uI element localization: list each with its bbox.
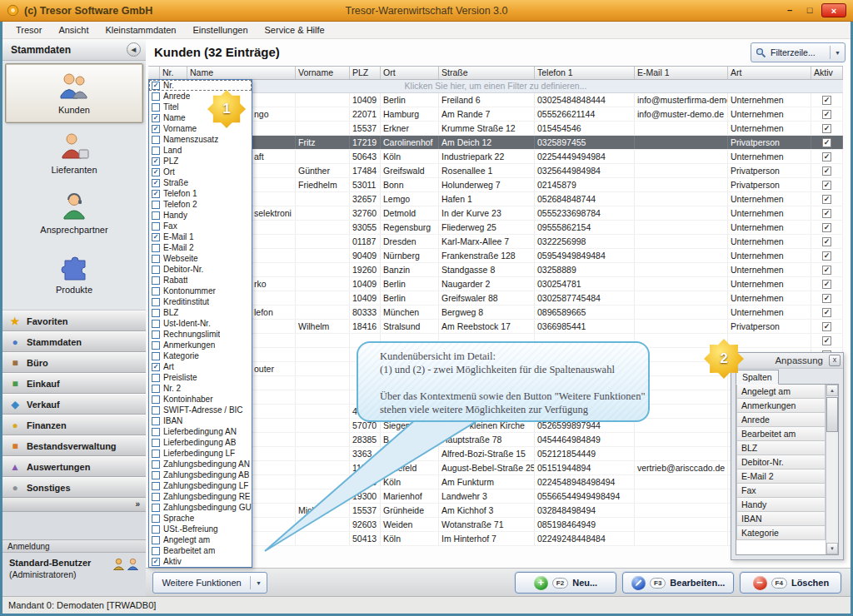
checkbox[interactable]: [152, 233, 160, 241]
checkbox[interactable]: [152, 482, 160, 490]
checkbox[interactable]: [152, 363, 160, 371]
checkbox[interactable]: [152, 450, 160, 458]
checkbox[interactable]: [152, 547, 160, 555]
table-row[interactable]: Günther 17484 Greifswald Rosenallee 1 03…: [148, 164, 843, 178]
checkbox[interactable]: [152, 493, 160, 501]
column-chooser-item[interactable]: Angelegt am: [149, 534, 252, 545]
column-header-art[interactable]: Art: [728, 67, 811, 79]
table-row[interactable]: 90409 Nürnberg Frankenstraße 128 0595494…: [148, 249, 843, 263]
scrollbar-thumb[interactable]: [826, 397, 838, 432]
active-checkbox[interactable]: [822, 237, 831, 246]
chevron-down-icon[interactable]: ▼: [835, 50, 841, 56]
checkbox[interactable]: [152, 287, 160, 296]
active-checkbox[interactable]: [822, 195, 831, 204]
checkbox[interactable]: [152, 352, 160, 360]
active-checkbox[interactable]: [822, 280, 831, 289]
table-row[interactable]: 10409 Berlin Greifswaler 88 030258774548…: [148, 291, 843, 306]
column-chooser-item[interactable]: Zahlungsbedingung AN: [149, 459, 252, 469]
column-chooser-item[interactable]: Handy: [149, 210, 252, 221]
column-chooser-item[interactable]: PLZ: [149, 156, 252, 166]
column-header-name[interactable]: Name: [187, 67, 296, 79]
column-chooser-item[interactable]: Ust-Ident-Nr.: [149, 318, 252, 329]
checkbox[interactable]: [152, 536, 160, 544]
hidden-column-item[interactable]: Kategorie: [736, 525, 826, 540]
column-chooser-item[interactable]: Rechnungslimit: [149, 329, 252, 340]
scroll-up-icon[interactable]: ▲: [826, 385, 838, 396]
checkbox[interactable]: [152, 92, 160, 101]
maximize-button[interactable]: □: [801, 3, 818, 17]
column-chooser-item[interactable]: Telefon 2: [149, 199, 252, 210]
active-checkbox[interactable]: [822, 223, 831, 232]
scroll-down-icon[interactable]: ▼: [826, 543, 838, 554]
checkbox[interactable]: [152, 201, 160, 209]
checkbox[interactable]: [152, 471, 160, 479]
column-chooser-item[interactable]: E-Mail 1: [149, 231, 252, 242]
scrollbar[interactable]: ▲ ▼: [826, 385, 838, 554]
checkbox[interactable]: [152, 298, 160, 306]
table-row[interactable]: Fritz 17219 Carolinenhof Am Deich 12 032…: [148, 136, 843, 150]
checkbox[interactable]: [152, 558, 160, 566]
checkbox[interactable]: [152, 514, 160, 523]
hidden-column-item[interactable]: Bearbeitet am: [736, 426, 826, 441]
checkbox[interactable]: [152, 211, 160, 220]
column-chooser-item[interactable]: Zahlungsbedingung LF: [149, 480, 252, 491]
checkbox[interactable]: [152, 114, 160, 122]
checkbox[interactable]: [152, 222, 160, 231]
sidebar-item-kunden[interactable]: Kunden: [5, 63, 143, 123]
column-chooser-item[interactable]: Vorname: [149, 123, 252, 134]
column-chooser-item[interactable]: Debitor-Nr.: [149, 264, 252, 275]
sidebar-section-bar[interactable]: ■ Bestandsverwaltung: [2, 435, 146, 456]
active-checkbox[interactable]: [822, 124, 831, 133]
column-chooser-item[interactable]: Nr. 2: [149, 383, 252, 394]
column-chooser-item[interactable]: Lieferbedingung AN: [149, 426, 252, 437]
checkbox[interactable]: [152, 82, 160, 90]
column-header-aktiv[interactable]: Aktiv: [811, 67, 843, 79]
sidebar-section-bar[interactable]: ■ Einkauf: [2, 373, 146, 394]
checkbox[interactable]: [152, 417, 160, 425]
column-chooser-item[interactable]: Kontonummer: [149, 286, 252, 296]
checkbox[interactable]: [152, 125, 160, 133]
checkbox[interactable]: [152, 179, 160, 187]
tab-spalten[interactable]: Spalten: [736, 370, 779, 385]
table-row[interactable]: 32657 Lemgo Hafen 1 052684848744 Unterne…: [148, 192, 843, 206]
sidebar-item-produkte[interactable]: Produkte: [5, 243, 143, 303]
sidebar-item-lieferanten[interactable]: Lieferanten: [5, 123, 143, 183]
hidden-column-item[interactable]: Anrede: [736, 412, 826, 427]
hidden-column-item[interactable]: Debitor-Nr.: [736, 455, 826, 469]
sidebar-section-bar[interactable]: ▲ Auswertungen: [2, 456, 146, 477]
hidden-column-item[interactable]: Fax: [736, 483, 826, 498]
checkbox[interactable]: [152, 168, 160, 176]
column-chooser-item[interactable]: Zahlungsbedingung GU: [149, 502, 252, 513]
column-chooser-item[interactable]: Straße: [149, 177, 252, 188]
sidebar-section-bar[interactable]: ◆ Verkauf: [2, 394, 146, 415]
checkbox[interactable]: [152, 157, 160, 166]
close-button[interactable]: ×: [821, 3, 846, 17]
checkbox[interactable]: [152, 406, 160, 415]
column-chooser-item[interactable]: Fax: [149, 221, 252, 231]
column-chooser-item[interactable]: USt.-Befreiung: [149, 524, 252, 534]
table-row[interactable]: Wilhelm 18416 Stralsund Am Reebstock 17 …: [148, 320, 843, 334]
active-checkbox[interactable]: [822, 152, 831, 161]
active-checkbox[interactable]: [822, 322, 831, 331]
checkbox[interactable]: [152, 460, 160, 469]
menu-item[interactable]: Einstellungen: [184, 22, 256, 37]
filter-row-button[interactable]: Filterzeile... ▼: [751, 42, 846, 62]
table-row[interactable]: 10409 Berlin Freiland 6 03025484848444 i…: [148, 93, 843, 107]
sidebar-section-bar[interactable]: ● Finanzen: [2, 415, 146, 435]
checkbox[interactable]: [152, 276, 160, 285]
active-checkbox[interactable]: [822, 336, 831, 345]
column-header-nr[interactable]: Nr.: [160, 67, 187, 79]
table-row[interactable]: selektroni 32760 Detmold In der Kurve 23…: [148, 206, 843, 221]
table-row[interactable]: lefon 80333 München Bergweg 8 0896589665…: [148, 306, 843, 320]
checkbox[interactable]: [152, 504, 160, 512]
sidebar-section-bar[interactable]: ■ Büro: [2, 352, 146, 373]
menu-item[interactable]: Service & Hilfe: [257, 22, 333, 37]
column-chooser-item[interactable]: Ort: [149, 166, 252, 177]
menu-item[interactable]: Kleinstammdaten: [97, 22, 184, 37]
active-checkbox[interactable]: [822, 209, 831, 218]
checkbox[interactable]: [152, 341, 160, 350]
column-chooser-item[interactable]: Zahlungsbedingung AB: [149, 469, 252, 480]
column-chooser-item[interactable]: Zahlungsbedingung RE: [149, 491, 252, 502]
more-functions-button[interactable]: Weitere Funktionen ▼: [152, 572, 267, 594]
checkbox[interactable]: [152, 136, 160, 144]
